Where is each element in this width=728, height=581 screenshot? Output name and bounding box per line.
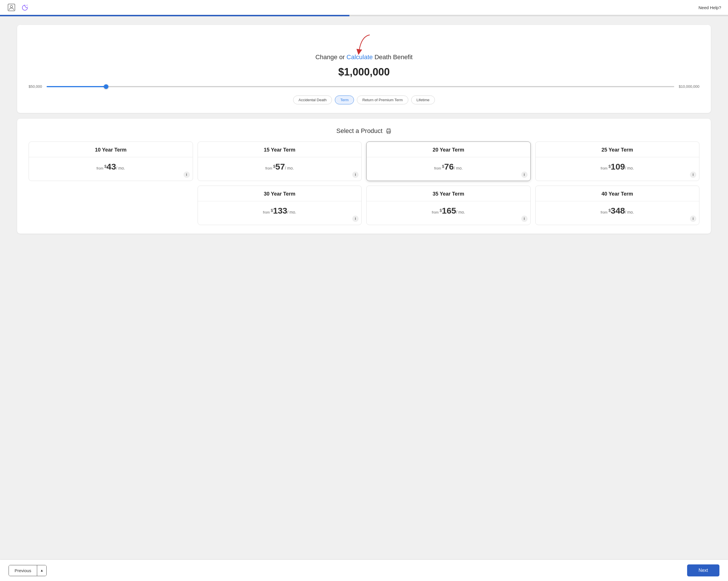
print-icon[interactable]	[386, 128, 392, 134]
previous-button-group: Previous ▲	[8, 565, 47, 576]
product-30-year-name: 30 Year Term	[198, 186, 362, 201]
svg-point-4	[27, 4, 27, 5]
pill-return-premium-term[interactable]: Return of Premium Term	[357, 96, 408, 104]
pill-accidental-death[interactable]: Accidental Death	[293, 96, 332, 104]
products-row2: 30 Year Term from $133/ mo. i 35 Year Te…	[29, 186, 699, 225]
svg-point-3	[27, 6, 28, 6]
info-btn-30-year[interactable]: i	[352, 216, 359, 222]
product-35-year-name: 35 Year Term	[367, 186, 530, 201]
product-40-year-price: from $348/ mo. i	[536, 201, 699, 225]
info-btn-25-year[interactable]: i	[690, 171, 696, 178]
product-35-year[interactable]: 35 Year Term from $165/ mo. i	[366, 186, 531, 225]
product-15-year[interactable]: 15 Year Term from $57/ mo. i	[198, 141, 362, 181]
death-benefit-card: Change or Calculate Death Benefit $1,000…	[17, 25, 711, 113]
product-25-year[interactable]: 25 Year Term from $109/ mo. i	[535, 141, 700, 181]
product-15-year-price: from $57/ mo. i	[198, 157, 362, 181]
products-row1: 10 Year Term from $43/ mo. i 15 Year Ter…	[29, 141, 699, 181]
product-15-year-name: 15 Year Term	[198, 142, 362, 157]
amount-display: $1,000,000	[338, 66, 390, 78]
need-help-link[interactable]: Need Help?	[699, 5, 721, 10]
info-btn-40-year[interactable]: i	[690, 216, 696, 222]
main-content: Change or Calculate Death Benefit $1,000…	[0, 16, 728, 560]
product-20-year-price: from $76/ mo. i	[367, 157, 530, 181]
product-30-year[interactable]: 30 Year Term from $133/ mo. i	[198, 186, 362, 225]
slider-fill	[47, 86, 106, 87]
product-35-year-price: from $165/ mo. i	[367, 201, 530, 225]
info-btn-20-year[interactable]: i	[521, 171, 527, 178]
header: Need Help?	[0, 0, 728, 15]
product-40-year-name: 40 Year Term	[536, 186, 699, 201]
pill-term[interactable]: Term	[335, 96, 354, 104]
previous-arrow-button[interactable]: ▲	[37, 565, 46, 576]
svg-point-7	[389, 131, 390, 131]
info-btn-35-year[interactable]: i	[521, 216, 527, 222]
previous-button[interactable]: Previous	[9, 565, 37, 576]
slider-max-label: $10,000,000	[679, 84, 699, 89]
pill-lifetime[interactable]: Lifetime	[411, 96, 435, 104]
product-10-year[interactable]: 10 Year Term from $43/ mo. i	[29, 141, 193, 181]
product-10-year-name: 10 Year Term	[29, 142, 193, 157]
chevron-up-icon: ▲	[40, 569, 44, 573]
slider-thumb[interactable]	[104, 84, 108, 89]
product-25-year-name: 25 Year Term	[536, 142, 699, 157]
header-left	[7, 3, 30, 12]
product-section-card: Select a Product 10 Year Term from $43/ …	[17, 118, 711, 234]
svg-point-1	[10, 5, 12, 8]
product-25-year-price: from $109/ mo. i	[536, 157, 699, 181]
product-20-year[interactable]: 20 Year Term from $76/ mo. i	[366, 141, 531, 181]
row2-spacer	[29, 186, 193, 225]
arrow-annotation	[29, 33, 699, 56]
footer: Previous ▲ Next	[0, 560, 728, 581]
product-title: Select a Product	[336, 127, 382, 135]
profile-icon[interactable]	[7, 3, 16, 12]
next-button[interactable]: Next	[687, 564, 720, 576]
product-title-row: Select a Product	[29, 127, 699, 135]
product-10-year-price: from $43/ mo. i	[29, 157, 193, 181]
death-benefit-slider[interactable]	[47, 86, 674, 87]
moon-icon[interactable]	[21, 3, 30, 12]
info-btn-10-year[interactable]: i	[184, 171, 190, 178]
svg-point-2	[27, 5, 27, 6]
product-30-year-price: from $133/ mo. i	[198, 201, 362, 225]
product-20-year-name: 20 Year Term	[367, 142, 530, 157]
slider-row: $50,000 $10,000,000	[29, 84, 699, 89]
filter-pills: Accidental Death Term Return of Premium …	[293, 96, 435, 104]
slider-min-label: $50,000	[29, 84, 42, 89]
info-btn-15-year[interactable]: i	[352, 171, 359, 178]
product-40-year[interactable]: 40 Year Term from $348/ mo. i	[535, 186, 700, 225]
